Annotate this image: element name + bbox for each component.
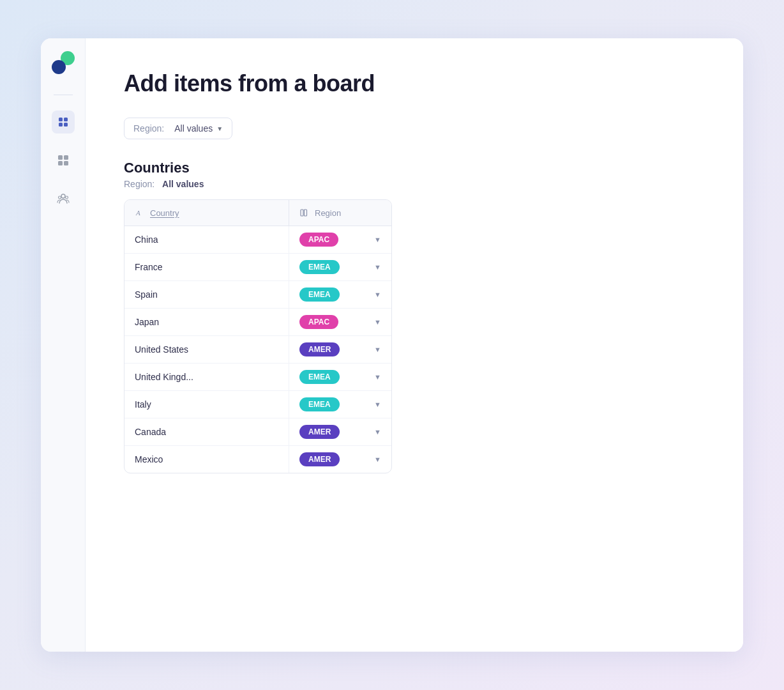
filter-value: All values [174,123,213,134]
row-chevron-icon[interactable]: ▼ [374,428,381,436]
svg-rect-6 [58,161,63,165]
row-chevron-icon[interactable]: ▼ [374,236,381,243]
td-region: APAC ▼ [289,226,391,253]
table-row: Japan APAC ▼ [124,309,391,336]
main-content: Add items from a board Region: All value… [86,38,743,652]
td-country: United Kingd... [124,364,289,390]
region-badge: AMER [299,342,340,356]
td-region: APAC ▼ [289,309,391,335]
svg-rect-5 [64,155,68,160]
th-region-label: Region [315,208,341,218]
board-title: Countries [124,160,705,176]
sidebar [41,38,86,652]
th-country: A Country [124,200,289,226]
region-filter-dropdown[interactable]: Region: All values ▼ [124,118,232,139]
region-badge: APAC [299,315,338,329]
svg-rect-12 [301,210,303,216]
svg-rect-7 [64,161,68,165]
table-row: Mexico AMER ▼ [124,446,391,473]
svg-point-10 [65,196,68,199]
td-country: France [124,254,289,280]
team-icon [57,192,70,205]
td-region: EMEA ▼ [289,364,391,390]
th-country-label: Country [150,208,179,218]
table-row: France EMEA ▼ [124,254,391,281]
td-country: Mexico [124,446,289,473]
row-chevron-icon[interactable]: ▼ [374,456,381,463]
td-region: AMER ▼ [289,418,391,445]
board-subtitle-label: Region: [124,179,155,189]
svg-rect-2 [59,123,63,126]
row-chevron-icon[interactable]: ▼ [374,318,381,326]
column-icon [299,208,310,218]
td-country: Canada [124,418,289,445]
page-title: Add items from a board [124,70,705,97]
sidebar-item-board[interactable] [52,111,75,134]
td-country: Spain [124,281,289,308]
region-badge: EMEA [299,288,340,302]
td-country: Japan [124,309,289,335]
board-subtitle: Region: All values [124,179,705,189]
td-region: AMER ▼ [289,446,391,473]
region-badge: EMEA [299,370,340,384]
filter-bar: Region: All values ▼ [124,118,705,139]
region-badge: EMEA [299,397,340,411]
board-subtitle-value: All values [162,179,204,189]
row-chevron-icon[interactable]: ▼ [374,373,381,381]
region-badge: AMER [299,452,340,466]
app-container: Add items from a board Region: All value… [41,38,743,652]
region-badge: EMEA [299,260,340,274]
sidebar-item-apps[interactable] [52,149,75,172]
chevron-down-icon: ▼ [216,125,223,132]
region-badge: AMER [299,425,340,439]
table-row: United Kingd... EMEA ▼ [124,364,391,391]
board-icon [57,116,70,128]
td-region: EMEA ▼ [289,281,391,308]
svg-rect-0 [59,118,63,121]
text-column-icon: A [135,208,145,218]
sidebar-divider [54,95,73,95]
td-country: China [124,226,289,253]
table-row: China APAC ▼ [124,226,391,254]
region-badge: APAC [299,233,338,247]
table-body: China APAC ▼ France EMEA ▼ Spain EMEA ▼ … [124,226,391,473]
filter-label: Region: [133,123,164,134]
row-chevron-icon[interactable]: ▼ [374,346,381,353]
td-country: Italy [124,391,289,418]
svg-rect-1 [64,118,68,121]
table-row: United States AMER ▼ [124,336,391,364]
td-region: EMEA ▼ [289,254,391,280]
board-section: Countries Region: All values A Co [124,160,705,473]
svg-point-9 [58,196,61,199]
td-region: EMEA ▼ [289,391,391,418]
row-chevron-icon[interactable]: ▼ [374,401,381,408]
svg-text:A: A [135,209,140,217]
th-region: Region [289,200,391,226]
apps-icon [57,154,70,167]
td-country: United States [124,336,289,363]
td-region: AMER ▼ [289,336,391,363]
table-header: A Country Region [124,200,391,226]
table-row: Spain EMEA ▼ [124,281,391,309]
data-table: A Country Region [124,199,392,473]
sidebar-item-team[interactable] [52,187,75,210]
svg-rect-13 [305,210,307,216]
table-row: Italy EMEA ▼ [124,391,391,418]
table-row: Canada AMER ▼ [124,418,391,446]
logo-blue-circle [52,60,66,74]
app-logo [52,51,75,74]
svg-point-8 [61,194,65,198]
row-chevron-icon[interactable]: ▼ [374,263,381,271]
svg-rect-4 [58,155,63,160]
svg-rect-3 [64,123,68,126]
row-chevron-icon[interactable]: ▼ [374,291,381,298]
